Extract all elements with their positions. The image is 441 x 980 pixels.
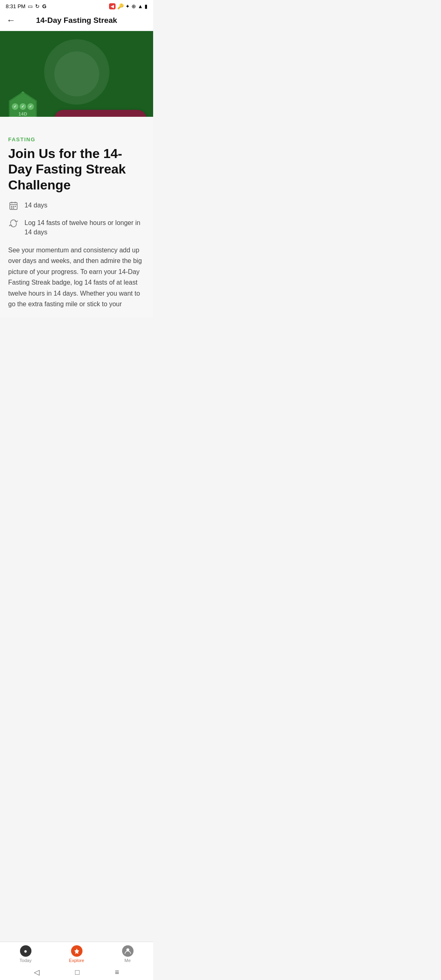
challenge-title: Join Us for the 14-Day Fasting Streak Ch…	[8, 146, 145, 193]
status-bar: 8:31 PM ▭ ↻ G ◀ 🔑 ✦ ⊕ ▲ ▮	[0, 0, 153, 11]
svg-rect-5	[13, 206, 14, 207]
category-label: FASTING	[8, 136, 145, 143]
badge-days-label: 14D	[18, 111, 27, 116]
battery-icon: ▮	[145, 3, 147, 9]
badge-checks: ✓ ✓ ✓	[12, 103, 34, 110]
join-challenge-button[interactable]: JOIN CHALLENGE	[54, 110, 147, 117]
calendar-icon	[8, 201, 19, 213]
rec-icon: ◀	[109, 3, 116, 9]
back-button[interactable]: ←	[7, 15, 16, 26]
main-content: FASTING Join Us for the 14-Day Fasting S…	[0, 117, 153, 318]
hero-circle-inner-decoration	[54, 51, 99, 96]
svg-rect-4	[11, 206, 12, 207]
requirement-text: Log 14 fasts of twelve hours or longer i…	[24, 218, 145, 237]
check-2: ✓	[20, 103, 26, 110]
wifi-icon: ▲	[138, 3, 143, 9]
svg-rect-8	[13, 207, 14, 209]
video-icon: ▭	[28, 3, 33, 9]
key-icon: 🔑	[117, 3, 124, 9]
hero-banner: ✓ ✓ ✓ 14D JOIN CHALLENGE	[0, 31, 153, 117]
top-nav: ← 14-Day Fasting Streak	[0, 11, 153, 31]
challenge-badge: ✓ ✓ ✓ 14D	[7, 91, 39, 117]
rotation-icon: ↻	[35, 3, 40, 9]
status-right: ◀ 🔑 ✦ ⊕ ▲ ▮	[109, 3, 147, 9]
join-button-wrapper: JOIN CHALLENGE	[54, 110, 147, 117]
challenge-description: See your momentum and consistency add up…	[8, 245, 145, 310]
svg-rect-6	[15, 206, 16, 207]
refresh-icon	[8, 219, 19, 230]
check-3: ✓	[27, 103, 34, 110]
check-1: ✓	[12, 103, 18, 110]
network-icon: ⊕	[131, 3, 136, 9]
duration-row: 14 days	[8, 201, 145, 213]
page-title: 14-Day Fasting Streak	[20, 16, 133, 25]
google-icon: G	[42, 3, 46, 9]
time-display: 8:31 PM	[6, 3, 25, 9]
status-left: 8:31 PM ▭ ↻ G	[6, 3, 47, 9]
duration-text: 14 days	[24, 201, 47, 210]
requirement-row: Log 14 fasts of twelve hours or longer i…	[8, 218, 145, 237]
svg-rect-7	[11, 207, 12, 209]
bluetooth-icon: ✦	[125, 3, 130, 9]
